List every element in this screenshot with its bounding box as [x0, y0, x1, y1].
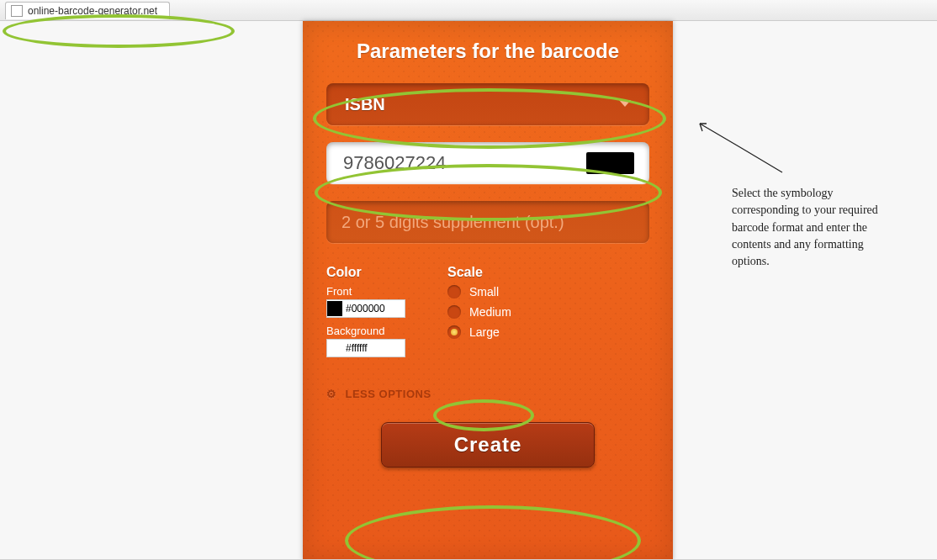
scale-option-medium[interactable]: Medium	[447, 305, 511, 319]
panel-heading: Parameters for the barcode	[326, 40, 649, 63]
supplement-placeholder: 2 or 5 digits supplement (opt.)	[341, 213, 564, 232]
scale-label-large: Large	[469, 325, 500, 339]
color-heading: Color	[326, 265, 427, 280]
radio-icon	[447, 285, 461, 298]
radio-icon	[447, 305, 461, 319]
front-color-swatch	[327, 301, 342, 316]
symbology-value: ISBN	[345, 95, 385, 114]
bg-color-label: Background	[326, 325, 427, 337]
page-stage: Parameters for the barcode ISBN 2 or 5 d…	[0, 21, 937, 560]
annotation-text: Select the symbology corresponding to yo…	[732, 185, 900, 270]
browser-tab-bar: online-barcode-generator.net	[0, 0, 937, 21]
bg-color-field[interactable]	[326, 339, 405, 357]
gear-icon: ⚙	[326, 388, 337, 400]
bg-color-input[interactable]	[342, 341, 398, 355]
scale-heading: Scale	[447, 265, 511, 280]
redacted-overlay	[586, 152, 634, 174]
barcode-parameters-panel: Parameters for the barcode ISBN 2 or 5 d…	[303, 21, 673, 560]
color-column: Color Front Background	[326, 265, 427, 364]
content-input-wrapper[interactable]	[326, 142, 649, 184]
front-color-label: Front	[326, 285, 427, 298]
radio-icon	[447, 325, 461, 339]
browser-tab[interactable]: online-barcode-generator.net	[5, 2, 170, 19]
less-options-label: LESS OPTIONS	[346, 388, 431, 400]
symbology-select[interactable]: ISBN	[326, 83, 649, 125]
options-row: Color Front Background Scale Small	[326, 265, 649, 364]
front-color-field[interactable]	[326, 299, 405, 318]
front-color-input[interactable]	[342, 302, 398, 315]
scale-column: Scale Small Medium Large	[447, 265, 511, 364]
scale-label-medium: Medium	[469, 305, 511, 319]
scale-option-small[interactable]: Small	[447, 285, 511, 298]
chevron-down-icon	[619, 100, 631, 107]
tab-title: online-barcode-generator.net	[28, 5, 157, 17]
scale-label-small: Small	[469, 285, 499, 298]
supplement-input[interactable]: 2 or 5 digits supplement (opt.)	[326, 201, 649, 243]
annotation-arrow-icon	[690, 114, 791, 181]
scale-option-large[interactable]: Large	[447, 325, 511, 339]
create-button[interactable]: Create	[381, 422, 595, 468]
content-input[interactable]	[341, 151, 590, 175]
less-options-toggle[interactable]: ⚙ LESS OPTIONS	[326, 388, 649, 400]
bg-color-swatch	[327, 341, 342, 356]
favicon-icon	[11, 5, 23, 17]
